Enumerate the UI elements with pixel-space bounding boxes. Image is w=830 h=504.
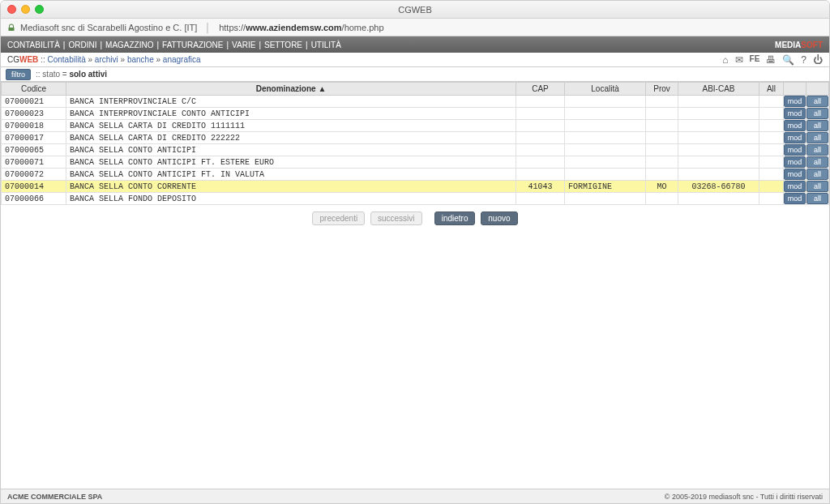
data-table: Codice Denominazione ▲ CAP Località Prov… (1, 82, 829, 205)
filter-status: :: stato = solo attivi (36, 70, 107, 79)
table-row[interactable]: 07000066BANCA SELLA FONDO DEPOSITOmodall (2, 193, 829, 205)
all-button[interactable]: all (806, 156, 828, 168)
mod-button[interactable]: mod (784, 169, 806, 180)
menu-item-varie[interactable]: VARIE (232, 41, 255, 49)
help-icon[interactable]: ? (801, 54, 806, 66)
footer-company: ACME COMMERCIALE SPA (7, 493, 102, 501)
table-row[interactable]: 07000065BANCA SELLA CONTO ANTICIPImodall (2, 144, 829, 156)
menu-item-utilità[interactable]: UTILITÀ (311, 41, 341, 49)
mod-button[interactable]: mod (784, 96, 806, 107)
filter-bar: filtro :: stato = solo attivi (1, 67, 829, 82)
th-denominazione[interactable]: Denominazione ▲ (66, 83, 516, 96)
print-icon[interactable]: 🖶 (766, 54, 776, 66)
menu-item-fatturazione[interactable]: FATTURAZIONE (162, 41, 223, 49)
lock-icon (7, 23, 15, 32)
all-button[interactable]: all (806, 193, 828, 204)
all-button[interactable]: all (806, 120, 828, 131)
window-controls (7, 5, 44, 14)
th-cap[interactable]: CAP (516, 83, 565, 96)
mail-icon[interactable]: ✉ (735, 54, 743, 66)
th-codice[interactable]: Codice (2, 83, 66, 96)
table-row[interactable]: 07000023BANCA INTERPROVINCIALE CONTO ANT… (2, 108, 829, 120)
table-row[interactable]: 07000072BANCA SELLA CONTO ANTICIPI FT. I… (2, 169, 829, 181)
table-row[interactable]: 07000071BANCA SELLA CONTO ANTICIPI FT. E… (2, 156, 829, 169)
prev-button[interactable]: precedenti (312, 211, 365, 225)
menu-item-settore[interactable]: SETTORE (264, 41, 302, 49)
url-bar: Mediasoft snc di Scarabelli Agostino e C… (1, 19, 829, 36)
maximize-icon[interactable] (35, 5, 44, 14)
data-table-container: Codice Denominazione ▲ CAP Località Prov… (1, 82, 829, 489)
breadcrumb-archivi[interactable]: archivi (95, 55, 118, 64)
mod-button[interactable]: mod (784, 132, 806, 143)
breadcrumb-contabilità[interactable]: Contabilità (47, 55, 85, 64)
th-all[interactable]: All (759, 83, 784, 96)
url-separator: │ (205, 23, 211, 32)
breadcrumb-bar: CGWEB :: Contabilità » archivi » banche … (1, 53, 829, 67)
minimize-icon[interactable] (21, 5, 30, 14)
th-localita[interactable]: Località (565, 83, 646, 96)
next-button[interactable]: successivi (370, 211, 422, 225)
th-all-btn (806, 83, 829, 96)
main-menu: CONTABILITÀ | ORDINI | MAGAZZINO | FATTU… (1, 36, 829, 53)
power-icon[interactable]: ⏻ (813, 54, 823, 66)
mod-button[interactable]: mod (784, 156, 806, 168)
table-row[interactable]: 07000018BANCA SELLA CARTA DI CREDITO 111… (2, 120, 829, 132)
close-icon[interactable] (7, 5, 16, 14)
th-mod (784, 83, 806, 96)
menu-item-ordini[interactable]: ORDINI (68, 41, 96, 49)
window-title: CGWEB (398, 5, 432, 15)
th-abicab[interactable]: ABI-CAB (678, 83, 759, 96)
all-button[interactable]: all (806, 144, 828, 156)
window-titlebar: CGWEB (1, 1, 829, 19)
all-button[interactable]: all (806, 169, 828, 180)
table-row[interactable]: 07000014BANCA SELLA CONTO CORRENTE41043F… (2, 181, 829, 193)
search-icon[interactable]: 🔍 (782, 54, 794, 66)
brand-label: MEDIASOFT (775, 41, 823, 49)
breadcrumb-anagrafica[interactable]: anagrafica (163, 55, 201, 64)
mod-button[interactable]: mod (784, 144, 806, 156)
new-button[interactable]: nuovo (481, 211, 517, 225)
filter-button[interactable]: filtro (6, 69, 31, 80)
app-prefix: CG (7, 55, 19, 64)
all-button[interactable]: all (806, 108, 828, 119)
menu-item-contabilità[interactable]: CONTABILITÀ (7, 41, 60, 49)
toolbar-icons: ⌂ ✉ FE 🖶 🔍 ? ⏻ (722, 54, 823, 66)
footer: ACME COMMERCIALE SPA © 2005-2019 mediaso… (1, 489, 829, 503)
cert-label: Mediasoft snc di Scarabelli Agostino e C… (20, 23, 197, 32)
table-row[interactable]: 07000021BANCA INTERPROVINCIALE C/Cmodall (2, 96, 829, 108)
fe-icon[interactable]: FE (750, 54, 760, 66)
mod-button[interactable]: mod (784, 120, 806, 131)
th-prov[interactable]: Prov (646, 83, 678, 96)
all-button[interactable]: all (806, 132, 828, 143)
table-row[interactable]: 07000017BANCA SELLA CARTA DI CREDITO 222… (2, 132, 829, 144)
mod-button[interactable]: mod (784, 108, 806, 119)
mod-button[interactable]: mod (784, 193, 806, 204)
back-button[interactable]: indietro (434, 211, 476, 225)
pager: precedenti successivi indietro nuovo (1, 205, 829, 232)
url-text: https://www.aziendemsw.com/home.php (219, 23, 383, 32)
breadcrumb-banche[interactable]: banche (127, 55, 154, 64)
footer-copyright: © 2005-2019 mediasoft snc - Tutti i diri… (665, 493, 823, 501)
all-button[interactable]: all (806, 181, 828, 192)
mod-button[interactable]: mod (784, 181, 806, 192)
menu-item-magazzino[interactable]: MAGAZZINO (105, 41, 153, 49)
app-prefix-web: WEB (19, 55, 38, 64)
home-icon[interactable]: ⌂ (722, 54, 728, 66)
all-button[interactable]: all (806, 96, 828, 107)
